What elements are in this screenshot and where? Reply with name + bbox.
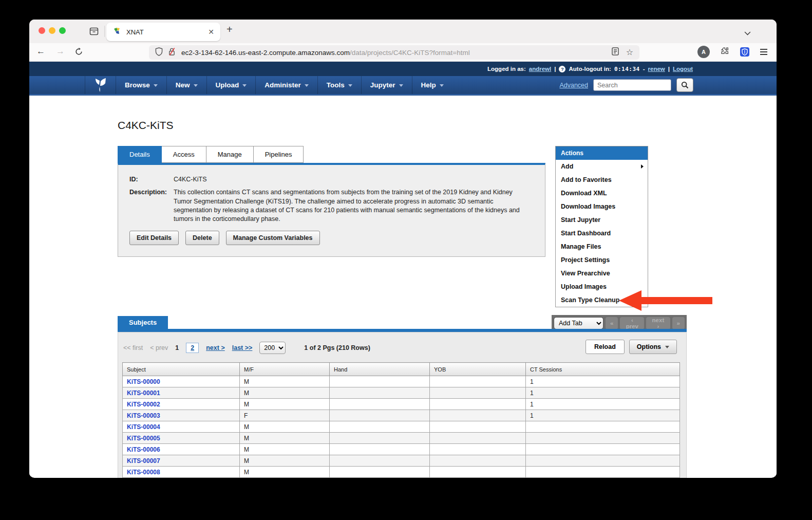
list-tabs-chevron-icon[interactable] xyxy=(744,29,751,38)
xnat-nav-bar: Browse New Upload Administer Tools Jupyt… xyxy=(29,76,777,96)
xnat-logo[interactable] xyxy=(85,76,116,94)
yob-cell xyxy=(430,410,526,421)
minimize-window-button[interactable] xyxy=(49,27,55,34)
tab-last-button[interactable]: » xyxy=(672,317,685,329)
back-icon[interactable]: ← xyxy=(36,46,45,57)
address-bar[interactable]: ec2-3-134-62-146.us-east-2.compute.amazo… xyxy=(149,45,639,60)
insecure-lock-icon[interactable] xyxy=(168,47,176,58)
tab-prev-button[interactable]: ‹ prev xyxy=(620,317,644,329)
account-icon[interactable]: A xyxy=(697,46,710,58)
mf-cell: F xyxy=(240,410,330,421)
reload-button[interactable]: Reload xyxy=(586,340,625,354)
nav-menu-help[interactable]: Help xyxy=(412,76,452,94)
help-question-icon[interactable]: ? xyxy=(559,66,565,72)
browser-window: XNAT ✕ + ← → ec2-3-134-62-146.us-east-2.… xyxy=(29,20,777,478)
bookmark-star-icon[interactable]: ☆ xyxy=(626,48,633,57)
tab-subjects[interactable]: Subjects xyxy=(118,316,168,329)
subject-cell: KiTS-00000 xyxy=(123,376,240,387)
hand-cell xyxy=(330,399,430,410)
ct-sessions-cell xyxy=(526,444,680,455)
tab-details[interactable]: Details xyxy=(118,146,162,163)
options-button[interactable]: Options xyxy=(629,340,677,354)
subject-link[interactable]: KiTS-00008 xyxy=(127,469,160,476)
subject-link[interactable]: KiTS-00003 xyxy=(127,412,160,419)
advanced-search-link[interactable]: Advanced xyxy=(559,82,588,89)
zoom-window-button[interactable] xyxy=(59,27,66,34)
subject-link[interactable]: KiTS-00005 xyxy=(127,435,160,442)
subject-link[interactable]: KiTS-00004 xyxy=(127,423,160,431)
chevron-down-icon xyxy=(242,84,247,87)
subject-cell: KiTS-00009 xyxy=(123,478,240,478)
action-manage-files[interactable]: Manage Files xyxy=(556,240,648,253)
tab-overview-icon[interactable] xyxy=(89,26,99,39)
yob-cell xyxy=(430,433,526,444)
subject-cell: KiTS-00003 xyxy=(123,410,240,421)
pagination-last[interactable]: last >> xyxy=(232,344,253,351)
subject-link[interactable]: KiTS-00007 xyxy=(127,457,160,465)
pagination-page-2[interactable]: 2 xyxy=(186,343,199,353)
logged-in-label: Logged in as: xyxy=(487,66,526,72)
col-yob[interactable]: YOB xyxy=(430,363,526,376)
subject-link[interactable]: KiTS-00002 xyxy=(127,401,160,408)
subject-link[interactable]: KiTS-00001 xyxy=(127,389,160,397)
manage-custom-variables-button[interactable]: Manage Custom Variables xyxy=(226,231,320,245)
hand-cell xyxy=(330,455,430,467)
col-mf[interactable]: M/F xyxy=(240,363,330,376)
hand-cell xyxy=(330,433,430,444)
nav-menu-new[interactable]: New xyxy=(166,76,206,94)
forward-icon[interactable]: → xyxy=(56,46,65,57)
nav-menu-administer[interactable]: Administer xyxy=(255,76,317,94)
nav-menu-tools[interactable]: Tools xyxy=(317,76,361,94)
edit-details-button[interactable]: Edit Details xyxy=(129,231,179,245)
subject-cell: KiTS-00007 xyxy=(123,455,240,467)
subject-cell: KiTS-00001 xyxy=(123,387,240,399)
subject-link[interactable]: KiTS-00006 xyxy=(127,446,160,453)
yob-cell xyxy=(430,421,526,433)
close-tab-icon[interactable]: ✕ xyxy=(208,28,214,36)
ct-sessions-cell: 1 xyxy=(526,387,680,399)
search-input[interactable] xyxy=(593,79,671,91)
username-link[interactable]: andrewl xyxy=(529,66,551,72)
browser-tab-xnat[interactable]: XNAT ✕ xyxy=(106,23,220,41)
yob-cell xyxy=(430,455,526,467)
tracking-protection-shield-icon[interactable] xyxy=(155,47,163,58)
pagination-next[interactable]: next > xyxy=(206,344,224,351)
new-tab-button[interactable]: + xyxy=(226,24,233,35)
col-subject[interactable]: Subject xyxy=(123,363,240,376)
nav-menu-browse[interactable]: Browse xyxy=(116,76,166,94)
tab-pipelines[interactable]: Pipelines xyxy=(254,146,304,163)
action-download-xml[interactable]: Download XML xyxy=(556,187,648,200)
password-manager-shield-icon[interactable] xyxy=(740,47,750,57)
tab-first-button[interactable]: « xyxy=(606,317,618,329)
ct-sessions-cell xyxy=(526,467,680,478)
extensions-puzzle-icon[interactable] xyxy=(720,46,729,58)
subject-link[interactable]: KiTS-00000 xyxy=(127,378,160,385)
col-ct-sessions[interactable]: CT Sessions xyxy=(526,363,680,376)
action-project-settings[interactable]: Project Settings xyxy=(556,253,648,267)
col-hand[interactable]: Hand xyxy=(330,363,430,376)
menu-hamburger-icon[interactable] xyxy=(760,49,767,55)
reader-mode-icon[interactable] xyxy=(612,47,619,58)
delete-button[interactable]: Delete xyxy=(185,231,219,245)
nav-menu-jupyter[interactable]: Jupyter xyxy=(361,76,412,94)
action-download-images[interactable]: Download Images xyxy=(556,200,648,213)
action-view-prearchive[interactable]: View Prearchive xyxy=(556,267,648,280)
nav-menu-upload[interactable]: Upload xyxy=(206,76,256,94)
action-add-to-favorites[interactable]: Add to Favorites xyxy=(556,173,648,187)
renew-link[interactable]: renew xyxy=(648,66,665,72)
table-row: KiTS-00009 F xyxy=(123,478,680,478)
tab-next-button[interactable]: next › xyxy=(646,317,670,329)
tab-manage[interactable]: Manage xyxy=(206,146,254,163)
search-button[interactable] xyxy=(676,78,693,92)
action-start-dashboard[interactable]: Start Dashboard xyxy=(556,227,648,240)
action-start-jupyter[interactable]: Start Jupyter xyxy=(556,213,648,227)
add-tab-select[interactable]: Add Tab xyxy=(554,317,603,329)
yob-cell xyxy=(430,478,526,478)
action-add[interactable]: Add xyxy=(556,160,648,173)
reload-icon[interactable] xyxy=(74,47,83,59)
rows-per-page-select[interactable]: 200 xyxy=(259,342,286,354)
close-window-button[interactable] xyxy=(39,27,45,34)
tab-access[interactable]: Access xyxy=(162,146,206,163)
logout-link[interactable]: Logout xyxy=(673,66,693,72)
table-row: KiTS-00004 M xyxy=(123,421,680,433)
